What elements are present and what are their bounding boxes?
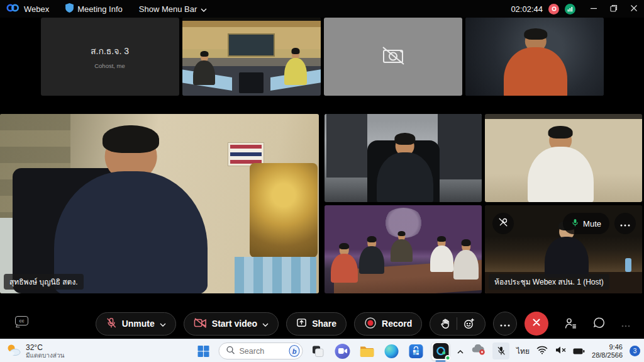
participant-name: ส.ก.ธ.จ. 3 [91, 44, 129, 58]
weather-condition: มีแดดบางส่วน [26, 352, 64, 359]
tray-time: 9:46 [592, 343, 623, 351]
raise-hand-button[interactable] [434, 318, 457, 329]
weather-widget[interactable]: 32°C มีแดดบางส่วน [5, 341, 64, 361]
more-options-button[interactable] [493, 312, 517, 336]
video-tile-participant-desk[interactable] [325, 114, 482, 202]
meeting-info-label: Meeting Info [77, 4, 123, 14]
video-tile-participant-whiteshirt[interactable] [485, 114, 642, 202]
participants-panel-button[interactable] [564, 317, 577, 332]
unmute-label: Unmute [122, 319, 155, 329]
filmstrip: ส.ก.ธ.จ. 3 Cohost, me [0, 18, 644, 96]
reactions-button[interactable] [457, 317, 481, 330]
unmute-chevron-icon [160, 319, 166, 329]
wifi-icon[interactable] [536, 346, 548, 357]
video-off-icon [194, 318, 207, 330]
meeting-timer: 02:02:44 [511, 4, 543, 14]
onedrive-error-icon[interactable] [471, 344, 486, 358]
file-explorer-icon[interactable] [358, 342, 377, 361]
share-label: Share [312, 319, 336, 329]
video-tile-host-room[interactable]: Mute ห้องประชุม Webex สปน. 1 (Host) [485, 205, 642, 293]
tray-mic-muted-icon[interactable] [492, 342, 509, 359]
start-video-button[interactable]: Start video [184, 312, 279, 336]
bing-icon[interactable]: b [289, 345, 300, 357]
start-video-chevron-icon [262, 319, 269, 329]
participant-role: Cohost, me [94, 62, 125, 69]
edge-browser-icon[interactable] [382, 342, 401, 361]
mute-label: Mute [583, 219, 601, 229]
share-icon [296, 317, 307, 330]
close-button[interactable] [630, 4, 638, 14]
hidden-icons-chevron[interactable] [457, 346, 464, 357]
shield-icon [65, 3, 74, 14]
show-menu-bar-label: Show Menu Bar [139, 4, 197, 14]
mic-on-icon [571, 218, 579, 230]
record-icon [364, 317, 377, 331]
video-scene [465, 18, 604, 96]
more-dots-icon [500, 318, 510, 329]
restore-button[interactable] [610, 4, 618, 14]
start-button[interactable] [194, 342, 213, 361]
video-thumb-camera-off[interactable] [324, 18, 462, 96]
teams-chat-icon[interactable] [333, 342, 352, 361]
system-tray: ไทย 9:46 28/8/2566 3 [457, 339, 640, 362]
more-dots-icon [620, 218, 630, 229]
search-input[interactable] [240, 347, 285, 356]
host-name-tag: ห้องประชุม Webex สปน. 1 (Host) [489, 274, 609, 290]
taskbar-search[interactable]: b [219, 342, 303, 359]
tile-more-options-button[interactable] [614, 213, 636, 234]
control-bar: Unmute Start video Share Record [0, 310, 644, 337]
search-icon [226, 346, 235, 357]
windows-taskbar: 32°C มีแดดบางส่วน b ไทย 9:46 28/8/2566 [0, 339, 644, 362]
leave-meeting-button[interactable] [525, 312, 548, 336]
unmute-button[interactable]: Unmute [96, 312, 176, 336]
video-tile-purple-room[interactable] [325, 205, 482, 293]
app-title: Webex [24, 4, 49, 14]
close-x-icon [532, 318, 541, 329]
webex-status-dot [445, 355, 450, 361]
chat-panel-button[interactable] [593, 317, 606, 332]
video-thumb-name-placeholder[interactable]: ส.ก.ธ.จ. 3 Cohost, me [41, 18, 179, 96]
show-menu-bar[interactable]: Show Menu Bar [139, 4, 208, 14]
microsoft-store-icon[interactable] [407, 342, 426, 361]
speaker-name-tag: สุทธิพงษ์ บุญนิธิ สตง. [4, 274, 84, 290]
video-scene [485, 114, 642, 202]
clock[interactable]: 9:46 28/8/2566 [592, 343, 623, 359]
notification-badge[interactable]: 3 [630, 346, 640, 356]
mic-muted-icon [106, 317, 117, 331]
language-indicator[interactable]: ไทย [516, 345, 530, 357]
unpin-button[interactable] [492, 213, 514, 234]
record-button[interactable]: Record [354, 312, 422, 336]
webex-app-icon[interactable] [431, 342, 450, 361]
video-thumb-meeting-room[interactable] [182, 18, 321, 96]
task-view-button[interactable] [309, 342, 328, 361]
video-scene [325, 205, 482, 293]
share-button[interactable]: Share [286, 312, 347, 336]
titlebar: Webex Meeting Info Show Menu Bar 02:02:4… [0, 0, 644, 18]
start-video-label: Start video [212, 319, 257, 329]
connection-quality-icon[interactable] [565, 4, 575, 14]
minimize-button[interactable] [590, 4, 597, 14]
pin-off-icon [498, 217, 508, 230]
mute-participant-button[interactable]: Mute [563, 213, 609, 234]
camera-off-placeholder-icon [379, 44, 408, 69]
taskbar-center: b [194, 339, 450, 362]
video-scene [0, 114, 319, 293]
panel-more-icon[interactable] [621, 319, 630, 330]
reactions-group [430, 312, 486, 336]
meeting-info-menu[interactable]: Meeting Info [65, 3, 123, 14]
thai-flag [228, 143, 264, 166]
recording-indicator-icon[interactable] [548, 4, 559, 14]
weather-icon [5, 343, 21, 359]
main-video-tile[interactable]: สุทธิพงษ์ บุญนิธิ สตง. [0, 114, 319, 293]
weather-temp: 32°C [26, 343, 64, 352]
video-thumb-participant[interactable] [465, 18, 604, 96]
panel-buttons [564, 317, 630, 332]
battery-icon[interactable] [573, 346, 585, 357]
tray-date: 28/8/2566 [592, 351, 623, 359]
volume-muted-icon[interactable] [555, 346, 566, 357]
chevron-down-icon [201, 4, 207, 14]
video-scene [182, 18, 321, 96]
record-label: Record [382, 319, 412, 329]
video-scene [325, 114, 482, 202]
webex-logo-icon [6, 3, 19, 14]
